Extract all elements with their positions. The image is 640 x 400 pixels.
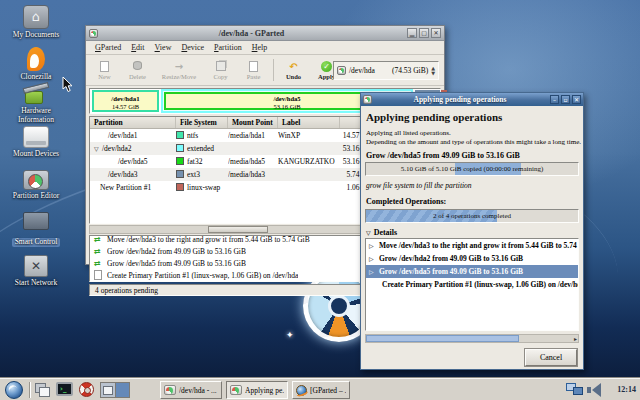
pager-desktop-1[interactable] <box>101 383 116 397</box>
resize-op-icon: ⇄ <box>94 259 107 268</box>
minimize-icon[interactable]: – <box>550 95 559 104</box>
col-mountpoint[interactable]: Mount Point <box>228 117 278 128</box>
new-partition-op-icon <box>94 270 102 280</box>
menu-view[interactable]: View <box>150 43 177 52</box>
new-button[interactable]: New <box>88 61 121 80</box>
applying-operations-dialog: Applying pending operations – ▫ ✕ Applyi… <box>360 92 584 370</box>
maximize-icon[interactable]: ▢ <box>419 28 429 38</box>
detail-row[interactable]: ▷ Grow /dev/hda2 from 49.09 GiB to 53.16… <box>366 252 578 265</box>
close-icon[interactable]: ✕ <box>431 28 441 38</box>
desktop-icon-partition-editor[interactable]: Partition Editor <box>0 170 72 201</box>
partition-segment-hda1[interactable]: /dev/hda114.57 GiB <box>92 90 159 112</box>
partition-disk-icon <box>23 170 49 190</box>
pager-desktop-2[interactable] <box>116 383 130 397</box>
dialog-title: Applying pending operations <box>372 95 548 104</box>
device-selector[interactable]: /dev/hda (74.53 GiB) ▲▼ <box>333 61 439 80</box>
desktop-icon-start-network[interactable]: ✕ Start Network <box>0 255 72 288</box>
taskbar-task-browser[interactable]: [GParted – ... <box>292 381 350 399</box>
menu-help[interactable]: Help <box>247 43 273 52</box>
device-name: /dev/hda <box>349 66 375 75</box>
resize-move-button[interactable]: → Resize/Move <box>154 61 204 80</box>
expander-closed-triangle-icon: ▷ <box>369 239 374 252</box>
browser-globe-icon <box>296 385 307 396</box>
details-expander[interactable]: ▽Details <box>366 228 397 237</box>
delete-button[interactable]: Delete <box>121 60 154 80</box>
spinner-arrows-icon: ▲▼ <box>431 66 435 76</box>
cancel-button[interactable]: Cancel <box>525 349 577 366</box>
start-orb-icon <box>5 381 23 399</box>
copy-button[interactable]: Copy <box>204 61 237 80</box>
details-list: ▷ Move /dev/hda3 to the right and grow i… <box>365 238 579 331</box>
device-icon <box>337 66 346 75</box>
taskbar-task-applying-dialog[interactable]: Applying pe... <box>226 381 288 399</box>
detail-row[interactable]: ▷ Move /dev/hda3 to the right and grow i… <box>366 239 578 252</box>
logo-hub <box>328 295 350 317</box>
fs-color-swatch <box>176 170 184 178</box>
taskbar-clock[interactable]: 12:14 <box>617 379 636 400</box>
menu-partition[interactable]: Partition <box>209 43 247 52</box>
start-menu-button[interactable] <box>2 380 26 400</box>
col-filesystem[interactable]: File System <box>176 117 228 128</box>
dialog-heading: Applying pending operations <box>366 111 502 123</box>
resize-op-icon: ⇄ <box>94 235 107 244</box>
paste-button[interactable]: Paste <box>237 61 270 80</box>
toolbar-separator <box>273 59 274 81</box>
menu-device[interactable]: Device <box>176 43 209 52</box>
gparted-titlebar[interactable]: /dev/hda - GParted ▁ ▢ ✕ <box>86 26 444 41</box>
fs-color-swatch <box>176 144 184 152</box>
detail-row[interactable]: Create Primary Partition #1 (linux-swap,… <box>366 278 578 291</box>
taskbar-task-gparted-device[interactable]: /dev/hda - ... <box>160 381 222 399</box>
terminal-launcher[interactable]: ›_ <box>56 382 74 398</box>
clonezilla-flame-icon <box>27 47 45 71</box>
close-icon[interactable]: ✕ <box>572 95 581 104</box>
icon-label: Hardware Information <box>0 107 72 124</box>
undo-button[interactable]: ↶ Undo <box>277 61 310 80</box>
volume-tray-icon[interactable] <box>592 383 601 397</box>
maximize-icon[interactable]: ▫ <box>561 95 570 104</box>
details-horizontal-scrollbar[interactable]: ▸ <box>365 334 579 343</box>
resize-op-icon: ⇄ <box>94 247 107 256</box>
scrollbar-thumb[interactable] <box>208 226 268 233</box>
sparkle-icon: ✦ <box>286 330 294 340</box>
completed-operations-label: Completed Operations: <box>366 197 446 206</box>
mouse-cursor <box>62 76 74 93</box>
progress-text: 5.10 GiB of 5.10 GiB copied (00:00:00 re… <box>366 163 578 175</box>
taskbar-separator <box>29 382 30 398</box>
fs-color-swatch <box>176 183 184 191</box>
detail-row-selected[interactable]: ▷ Grow /dev/hda5 from 49.09 GiB to 53.16… <box>366 265 578 278</box>
col-partition[interactable]: Partition <box>90 117 176 128</box>
scrollbar-right-arrow-icon[interactable]: ▸ <box>574 335 577 342</box>
scrollbar-thumb[interactable] <box>366 335 519 342</box>
desktop-icon-smart-control[interactable]: Smart Control <box>0 212 72 248</box>
gparted-task-icon <box>164 385 176 395</box>
new-partition-icon <box>100 61 109 72</box>
fs-color-swatch <box>176 131 184 139</box>
collapse-triangle-icon[interactable]: ▽ <box>94 145 102 152</box>
gparted-toolbar: New Delete → Resize/Move Copy Paste ↶ Un… <box>86 55 444 86</box>
network-tray-icon[interactable] <box>566 383 586 397</box>
show-desktop-button[interactable] <box>34 382 52 398</box>
smart-drive-icon <box>23 212 49 230</box>
sub-operation-text: grow file system to fill the partition <box>366 181 472 190</box>
minimize-icon[interactable]: ▁ <box>407 28 417 38</box>
operation-progressbar: 5.10 GiB of 5.10 GiB copied (00:00:00 re… <box>365 162 579 176</box>
drive-icon <box>23 126 49 148</box>
desktop-icon-my-documents[interactable]: ⌂ My Documents <box>0 5 72 40</box>
fs-color-swatch <box>176 157 184 165</box>
copy-icon <box>216 61 226 71</box>
menu-edit[interactable]: Edit <box>126 43 149 52</box>
expander-closed-triangle-icon: ▷ <box>369 265 374 278</box>
desktop-pager[interactable] <box>100 382 130 398</box>
gparted-window-title: /dev/hda - GParted <box>98 29 405 38</box>
help-lifesaver-launcher[interactable] <box>78 382 96 398</box>
col-label[interactable]: Label <box>278 117 340 128</box>
dialog-titlebar[interactable]: Applying pending operations – ▫ ✕ <box>361 93 583 106</box>
icon-label: Partition Editor <box>0 192 72 201</box>
dialog-app-icon <box>363 95 372 104</box>
menu-gparted[interactable]: GParted <box>90 43 126 52</box>
caliper-icon <box>23 83 49 105</box>
taskbar: ›_ /dev/hda - ... Applying pe... [GParte… <box>0 378 640 400</box>
apply-check-icon: ✓ <box>321 61 332 72</box>
current-operation-label: Grow /dev/hda5 from 49.09 GiB to 53.16 G… <box>366 151 520 160</box>
desktop-icon-mount-devices[interactable]: Mount Devices <box>0 126 72 159</box>
